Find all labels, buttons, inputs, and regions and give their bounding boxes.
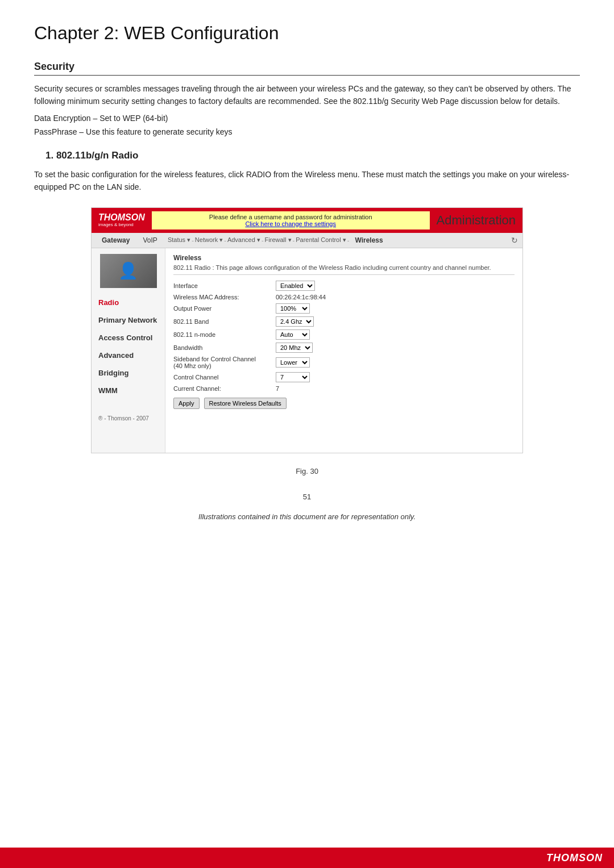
- nav-tab-voip[interactable]: VoIP: [137, 233, 163, 248]
- form-buttons: Apply Restore Wireless Defaults: [173, 398, 515, 409]
- chapter-title: Chapter 2: WEB Configuration: [34, 23, 580, 44]
- footer-disclaimer: Illustrations contained in this document…: [34, 512, 580, 521]
- output-power-select[interactable]: 100%: [276, 303, 310, 314]
- form-value-80211-band: 2.4 Ghz: [276, 316, 314, 327]
- router-logo: THOMSON images & beyond: [98, 212, 145, 227]
- sidebar-copyright: ® - Thomson - 2007: [92, 411, 165, 426]
- router-nav: Gateway VoIP Status ▾ - Network ▾ - Adva…: [92, 233, 522, 248]
- apply-button[interactable]: Apply: [173, 398, 200, 409]
- form-label-sideband: Sideband for Control Channel(40 Mhz only…: [173, 356, 276, 369]
- nav-tab-parental[interactable]: Parental Control ▾: [294, 235, 347, 245]
- nav-tab-firewall[interactable]: Firewall ▾: [264, 235, 293, 245]
- sidebar-image: 👤: [100, 254, 157, 288]
- nav-tab-advanced[interactable]: Advanced ▾: [226, 235, 262, 245]
- form-row-output-power: Output Power 100%: [173, 303, 515, 314]
- form-row-80211-band: 802.11 Band 2.4 Ghz: [173, 316, 515, 327]
- data-encryption-line: Data Encryption – Set to WEP (64-bit): [34, 114, 580, 123]
- router-main: Wireless 802.11 Radio : This page allows…: [165, 248, 522, 453]
- bandwidth-select[interactable]: 20 Mhz: [276, 343, 313, 353]
- form-value-mac: 00:26:24:1c:98:44: [276, 294, 326, 301]
- interface-select[interactable]: Enabled: [276, 281, 315, 291]
- nmode-select[interactable]: Auto: [276, 329, 310, 340]
- nav-tab-network[interactable]: Network ▾: [194, 235, 224, 245]
- sidebar-item-primary-network[interactable]: Primary Network: [92, 311, 165, 329]
- form-row-current-channel: Current Channel: 7: [173, 385, 515, 392]
- admin-title: Administration: [437, 213, 516, 228]
- form-value-output-power: 100%: [276, 303, 310, 314]
- nav-tab-gateway[interactable]: Gateway: [96, 233, 135, 248]
- router-ui-screenshot: THOMSON images & beyond Please define a …: [91, 207, 523, 453]
- control-channel-select[interactable]: 7: [276, 372, 310, 382]
- section-title-security: Security: [34, 61, 580, 76]
- form-label-80211-band: 802.11 Band: [173, 318, 276, 325]
- person-silhouette-icon: 👤: [100, 254, 157, 288]
- form-label-control-channel: Control Channel: [173, 374, 276, 381]
- form-label-mac: Wireless MAC Address:: [173, 294, 276, 301]
- wireless-section-title: Wireless: [173, 254, 515, 262]
- form-label-current-channel: Current Channel:: [173, 385, 276, 392]
- radio-form: Interface Enabled Wireless MAC Address: …: [173, 281, 515, 409]
- admin-notice: Please define a username and password fo…: [152, 211, 430, 229]
- form-value-control-channel: 7: [276, 372, 310, 382]
- form-value-nmode: Auto: [276, 329, 310, 340]
- form-row-interface: Interface Enabled: [173, 281, 515, 291]
- form-row-mac: Wireless MAC Address: 00:26:24:1c:98:44: [173, 294, 515, 301]
- sideband-select[interactable]: Lower: [276, 357, 310, 368]
- form-row-sideband: Sideband for Control Channel(40 Mhz only…: [173, 356, 515, 369]
- nav-tab-status[interactable]: Status ▾: [167, 235, 192, 245]
- form-label-nmode: 802.11 n-mode: [173, 331, 276, 338]
- form-row-control-channel: Control Channel 7: [173, 372, 515, 382]
- figure-caption: Fig. 30: [34, 467, 580, 475]
- router-sidebar: 👤 Radio Primary Network Access Control A…: [92, 248, 165, 453]
- bottom-bar-brand: THOMSON: [546, 852, 603, 864]
- security-body-paragraph: Security secures or scrambles messages t…: [34, 82, 580, 108]
- admin-notice-link[interactable]: Click here to change the settings: [245, 220, 336, 227]
- form-label-interface: Interface: [173, 282, 276, 289]
- router-body: 👤 Radio Primary Network Access Control A…: [92, 248, 522, 453]
- form-value-sideband: Lower: [276, 357, 310, 368]
- subsection-body: To set the basic configuration for the w…: [34, 168, 580, 194]
- form-value-interface: Enabled: [276, 281, 315, 291]
- form-label-output-power: Output Power: [173, 305, 276, 312]
- form-row-nmode: 802.11 n-mode Auto: [173, 329, 515, 340]
- refresh-icon[interactable]: ↻: [511, 236, 518, 245]
- subsection-title: 1. 802.11b/g/n Radio: [45, 150, 580, 161]
- router-main-desc: 802.11 Radio : This page allows configur…: [173, 264, 515, 275]
- router-header: THOMSON images & beyond Please define a …: [92, 208, 522, 233]
- band-select[interactable]: 2.4 Ghz: [276, 316, 314, 327]
- form-value-bandwidth: 20 Mhz: [276, 343, 313, 353]
- form-row-bandwidth: Bandwidth 20 Mhz: [173, 343, 515, 353]
- restore-defaults-button[interactable]: Restore Wireless Defaults: [204, 398, 287, 409]
- sidebar-item-radio[interactable]: Radio: [92, 294, 165, 311]
- sidebar-item-access-control[interactable]: Access Control: [92, 329, 165, 347]
- page-number: 51: [34, 493, 580, 501]
- sidebar-item-wmm[interactable]: WMM: [92, 382, 165, 399]
- bottom-bar: THOMSON: [0, 848, 614, 868]
- passphrase-line: PassPhrase – Use this feature to generat…: [34, 127, 580, 136]
- sidebar-item-bridging[interactable]: Bridging: [92, 364, 165, 382]
- form-label-bandwidth: Bandwidth: [173, 344, 276, 351]
- sidebar-item-advanced[interactable]: Advanced: [92, 347, 165, 364]
- nav-tab-wireless[interactable]: Wireless: [349, 233, 388, 248]
- form-value-current-channel: 7: [276, 385, 279, 392]
